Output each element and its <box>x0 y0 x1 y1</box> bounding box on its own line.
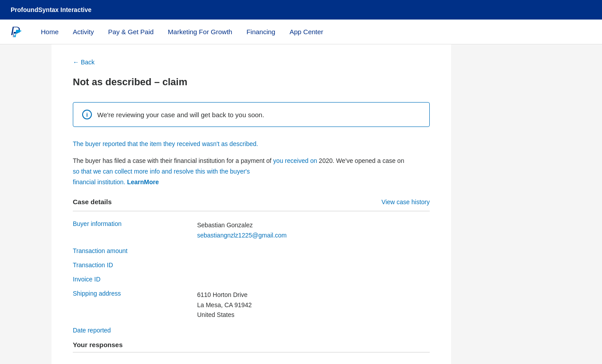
your-responses-divider <box>73 352 430 352</box>
nav-activity[interactable]: Activity <box>73 28 94 36</box>
your-responses-title: Your responses <box>73 341 430 348</box>
case-details-divider <box>73 211 430 211</box>
case-details-header: Case details View case history <box>73 198 430 206</box>
info-banner-text: We're reviewing your case and will get b… <box>97 111 264 119</box>
page-container: ← Back Not as described – claim i We're … <box>0 44 602 364</box>
nav-pay-get-paid[interactable]: Pay & Get Paid <box>108 28 154 36</box>
desc-part3: 2020. We've opened a case on <box>319 157 404 164</box>
nav-app-center[interactable]: App Center <box>289 28 323 36</box>
transaction-amount-row: Transaction amount <box>73 247 430 254</box>
date-reported-label: Date reported <box>73 327 197 334</box>
transaction-id-row: Transaction ID <box>73 261 430 269</box>
date-reported-row: Date reported <box>73 327 430 334</box>
description-line2: The buyer has filed a case with their fi… <box>73 156 430 187</box>
back-arrow-icon: ← <box>73 59 79 66</box>
buyer-email[interactable]: sebastiangnzlz1225@gmail.com <box>197 232 287 239</box>
shipping-line3: United States <box>197 310 252 320</box>
transaction-id-label: Transaction ID <box>73 261 197 269</box>
main-content: ← Back Not as described – claim i We're … <box>51 44 451 364</box>
desc-part2: you received on <box>273 157 317 164</box>
info-icon: i <box>82 110 92 119</box>
info-banner: i We're reviewing your case and will get… <box>73 102 430 127</box>
view-case-history-link[interactable]: View case history <box>381 198 430 206</box>
sidebar <box>0 44 51 364</box>
back-link[interactable]: ← Back <box>73 59 430 66</box>
buyer-information-value: Sebastian Gonzalez sebastiangnzlz1225@gm… <box>197 220 287 240</box>
top-banner: ProfoundSyntax Interactive <box>0 0 602 20</box>
case-details-title: Case details <box>73 198 112 206</box>
invoice-id-row: Invoice ID <box>73 276 430 283</box>
nav-home[interactable]: Home <box>41 28 59 36</box>
shipping-line2: La Mesa, CA 91942 <box>197 300 252 310</box>
shipping-line1: 6110 Horton Drive <box>197 290 252 300</box>
learn-more-link[interactable]: LearnMore <box>127 178 159 186</box>
back-label: Back <box>81 59 95 66</box>
desc-part4: so that we can collect more info and res… <box>73 168 250 175</box>
transaction-amount-label: Transaction amount <box>73 247 197 254</box>
nav-financing[interactable]: Financing <box>246 28 275 36</box>
desc-part1: The buyer has filed a case with their fi… <box>73 157 271 164</box>
shipping-address-label: Shipping address <box>73 290 197 320</box>
desc-part5: financial institution. <box>73 178 125 186</box>
navbar: Home Activity Pay & Get Paid Marketing F… <box>0 20 602 44</box>
shipping-address-row: Shipping address 6110 Horton Drive La Me… <box>73 290 430 320</box>
invoice-id-label: Invoice ID <box>73 276 197 283</box>
page-title: Not as described – claim <box>73 76 430 88</box>
shipping-address-value: 6110 Horton Drive La Mesa, CA 91942 Unit… <box>197 290 252 320</box>
buyer-information-label: Buyer information <box>73 220 197 240</box>
company-name: ProfoundSyntax Interactive <box>11 6 91 13</box>
buyer-information-row: Buyer information Sebastian Gonzalez seb… <box>73 220 430 240</box>
description-line1: The buyer reported that the item they re… <box>73 139 430 149</box>
buyer-name: Sebastian Gonzalez <box>197 220 287 230</box>
nav-marketing[interactable]: Marketing For Growth <box>168 28 232 36</box>
paypal-logo <box>11 26 23 38</box>
your-responses-section: Your responses <box>73 341 430 352</box>
